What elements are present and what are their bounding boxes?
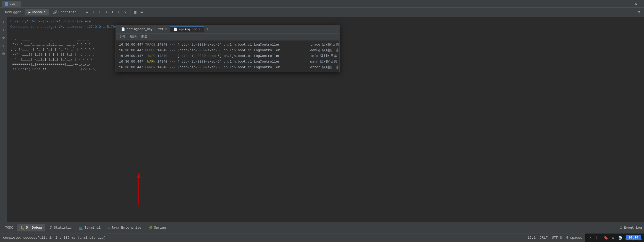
tab-console[interactable]: ▶ Console bbox=[25, 9, 49, 15]
indent-info[interactable]: 4 spaces bbox=[566, 236, 582, 240]
bottom-tab-terminal[interactable]: 📺 Terminal bbox=[76, 224, 104, 231]
log-line-debug: 16:36:00.447 DEBUG 14840 --- [http-nio-8… bbox=[119, 48, 336, 53]
cursor-position[interactable]: 12:1 bbox=[527, 236, 535, 240]
watermark: CSDN@金角猫 bbox=[625, 237, 642, 241]
settings-icon[interactable]: ⚙ bbox=[635, 2, 637, 6]
gutter-icon-4[interactable]: ⊕ bbox=[2, 43, 5, 49]
tray-icon-up[interactable]: ∧ bbox=[588, 235, 592, 240]
encoding[interactable]: UTF-8 bbox=[552, 236, 562, 240]
fv-tab-springlog[interactable]: 📄 spring.log × bbox=[170, 26, 204, 32]
tab-console-label: Console bbox=[32, 10, 46, 14]
fv-tab-close-2[interactable]: × bbox=[199, 28, 201, 31]
left-gutter: ↕ ↓ ⟳ ⊕ 🗑 bbox=[0, 17, 7, 222]
log-line-info: 16:36:00.447 INFO 14840 --- [http-nio-80… bbox=[119, 53, 336, 59]
app-icon bbox=[5, 2, 8, 6]
bottom-tab-debug[interactable]: 🐛 5: Debug bbox=[17, 224, 45, 231]
tab-endpoints[interactable]: 🔗 Endpoints bbox=[50, 9, 80, 15]
fv-tab-label-2: spring.log bbox=[179, 28, 197, 31]
fv-tab-close-1[interactable]: × bbox=[165, 28, 167, 31]
gutter-icon-1[interactable]: ↕ bbox=[2, 19, 5, 24]
tray-icon-wifi[interactable]: ⊕ bbox=[611, 235, 615, 240]
bottom-tab-java-enterprise[interactable]: ☕ Java Enterprise bbox=[105, 224, 144, 231]
tray-icon-extra[interactable]: 📡 bbox=[617, 235, 624, 240]
bottom-tab-todo[interactable]: TODO bbox=[2, 224, 16, 231]
gutter-icon-5[interactable]: 🗑 bbox=[1, 51, 6, 57]
bottom-tab-spring[interactable]: 🌿 Spring bbox=[145, 224, 169, 231]
toolbar-separator-2 bbox=[130, 10, 130, 15]
status-text: completed successfully in 1 s 135 ms (a … bbox=[3, 236, 106, 240]
toolbar-btn-list[interactable]: ≔ bbox=[139, 9, 144, 15]
endpoints-icon: 🔗 bbox=[53, 10, 57, 14]
file-viewer-menu: 文件 编辑 查看 bbox=[116, 33, 339, 40]
bottom-tab-event-log[interactable]: □ Event Log bbox=[620, 226, 642, 230]
toolbar-btn-refresh[interactable]: ↻ bbox=[116, 9, 122, 15]
title-bar-left: app × bbox=[2, 1, 21, 7]
app-tab-close[interactable]: × bbox=[16, 2, 18, 5]
fv-tab-add[interactable]: + bbox=[204, 27, 211, 32]
status-bar: completed successfully in 1 s 135 ms (a … bbox=[0, 233, 644, 242]
toolbar-right-area: ⊞ bbox=[636, 10, 642, 14]
tab-endpoints-label: Endpoints bbox=[59, 10, 77, 14]
fv-menu-file[interactable]: 文件 bbox=[119, 34, 126, 39]
fv-menu-view[interactable]: 查看 bbox=[141, 34, 147, 39]
log-line-trace: 16:36:00.447 TRACE 14840 --- [http-nio-8… bbox=[119, 42, 336, 48]
debug-icon: 🐛 bbox=[20, 226, 24, 230]
minimize-icon[interactable]: — bbox=[640, 2, 642, 6]
app-tab[interactable]: app × bbox=[2, 1, 21, 7]
bottom-tab-statistic[interactable]: ⏱ Statistic bbox=[46, 224, 75, 231]
fv-tab-label-1: springboot_day03.txt bbox=[127, 28, 164, 31]
fv-tab-icon-2: 📄 bbox=[174, 28, 177, 31]
event-log-icon: □ bbox=[620, 226, 622, 230]
file-viewer: 📄 springboot_day03.txt × 📄 spring.log × … bbox=[115, 25, 340, 72]
console-icon: ▶ bbox=[28, 10, 30, 14]
console-output: E:\studyAndWork\jdk8\jdk1.8\bin\java.exe… bbox=[7, 17, 644, 222]
gutter-icon-2[interactable]: ↓ bbox=[2, 27, 5, 32]
status-bar-left: completed successfully in 1 s 135 ms (a … bbox=[0, 236, 524, 240]
tray-icon-return[interactable]: 回 bbox=[595, 235, 600, 241]
tray-icon-bookmark[interactable]: 🔖 bbox=[602, 235, 609, 240]
title-bar: app × ⚙ — bbox=[0, 0, 644, 8]
toolbar: Debugger ▶ Console 🔗 Endpoints ≡ ⇧ ⇩ ⬇ ⬆… bbox=[0, 8, 644, 17]
spring-icon: 🌿 bbox=[148, 226, 153, 230]
main-area: ↕ ↓ ⟳ ⊕ 🗑 E:\studyAndWork\jdk8\jdk1.8\bi… bbox=[0, 17, 644, 222]
fv-tab-icon-1: 📄 bbox=[121, 27, 125, 31]
terminal-icon: 📺 bbox=[79, 226, 83, 230]
status-bar-middle: 12:1 CRLF UTF-8 4 spaces bbox=[524, 236, 585, 240]
statistic-icon: ⏱ bbox=[49, 226, 53, 230]
file-viewer-content: 16:36:00.447 TRACE 14840 --- [http-nio-8… bbox=[116, 40, 339, 72]
toolbar-btn-download[interactable]: ⬇ bbox=[103, 9, 109, 15]
bottom-tabs: TODO 🐛 5: Debug ⏱ Statistic 📺 Terminal ☕… bbox=[0, 222, 644, 233]
title-bar-right: ⚙ — bbox=[635, 2, 642, 6]
console-line-1: E:\studyAndWork\jdk8\jdk1.8\bin\java.exe… bbox=[10, 19, 641, 24]
fv-menu-edit[interactable]: 编辑 bbox=[130, 34, 137, 39]
app-tab-label: app bbox=[10, 2, 15, 6]
toolbar-btn-close-x[interactable]: ✕ bbox=[123, 9, 128, 15]
log-line-warn: 16:36:00.447 WARN 14840 --- [http-nio-80… bbox=[119, 59, 336, 65]
toolbar-btn-grid[interactable]: ▦ bbox=[133, 9, 138, 15]
toolbar-layout-icon[interactable]: ⊞ bbox=[636, 10, 642, 15]
tab-debugger[interactable]: Debugger bbox=[2, 9, 24, 15]
java-enterprise-icon: ☕ bbox=[108, 226, 110, 230]
toolbar-btn-up[interactable]: ⇧ bbox=[90, 9, 96, 15]
log-line-error: 16:36:00.447 ERROR 14840 --- [http-nio-8… bbox=[119, 65, 336, 70]
toolbar-btn-upload[interactable]: ⬆ bbox=[110, 9, 115, 15]
toolbar-btn-down[interactable]: ⇩ bbox=[97, 9, 102, 15]
toolbar-separator-1 bbox=[82, 10, 82, 15]
fv-tab-springboot[interactable]: 📄 springboot_day03.txt × bbox=[118, 26, 170, 32]
file-viewer-tabs: 📄 springboot_day03.txt × 📄 spring.log × … bbox=[116, 25, 339, 33]
toolbar-btn-menu[interactable]: ≡ bbox=[84, 10, 89, 15]
tab-debugger-label: Debugger bbox=[5, 10, 21, 14]
line-ending[interactable]: CRLF bbox=[540, 236, 548, 240]
gutter-icon-3[interactable]: ⟳ bbox=[1, 35, 6, 41]
